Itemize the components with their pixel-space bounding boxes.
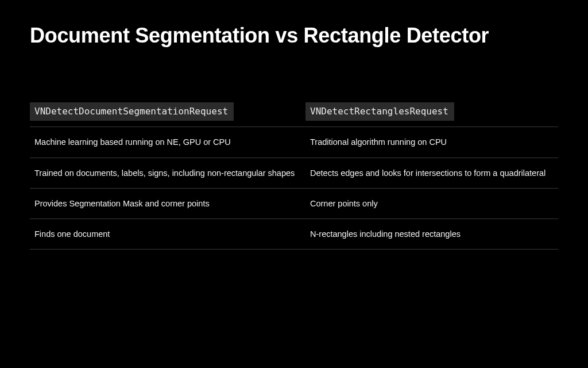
table-row: Provides Segmentation Mask and corner po…	[30, 189, 558, 219]
table-header-right: VNDetectRectanglesRequest	[305, 102, 558, 121]
table-cell-left: Provides Segmentation Mask and corner po…	[30, 189, 305, 218]
code-chip-left: VNDetectDocumentSegmentationRequest	[30, 102, 234, 121]
page-title: Document Segmentation vs Rectangle Detec…	[30, 24, 558, 47]
table-row: Finds one document N-rectangles includin…	[30, 219, 558, 250]
code-chip-right: VNDetectRectanglesRequest	[305, 102, 454, 121]
slide: Document Segmentation vs Rectangle Detec…	[0, 0, 588, 250]
table-cell-right: N-rectangles including nested rectangles	[305, 219, 558, 249]
table-header-left: VNDetectDocumentSegmentationRequest	[30, 102, 305, 121]
table-row: Trained on documents, labels, signs, inc…	[30, 158, 558, 189]
table-cell-left: Trained on documents, labels, signs, inc…	[30, 158, 305, 188]
comparison-table: VNDetectDocumentSegmentationRequest VNDe…	[30, 102, 558, 250]
table-cell-right: Corner points only	[305, 189, 558, 218]
table-cell-left: Finds one document	[30, 219, 305, 249]
table-cell-right: Detects edges and looks for intersection…	[305, 158, 558, 188]
table-header-row: VNDetectDocumentSegmentationRequest VNDe…	[30, 102, 558, 128]
table-cell-right: Traditional algorithm running on CPU	[305, 127, 558, 157]
table-cell-left: Machine learning based running on NE, GP…	[30, 127, 305, 157]
table-row: Machine learning based running on NE, GP…	[30, 127, 558, 158]
